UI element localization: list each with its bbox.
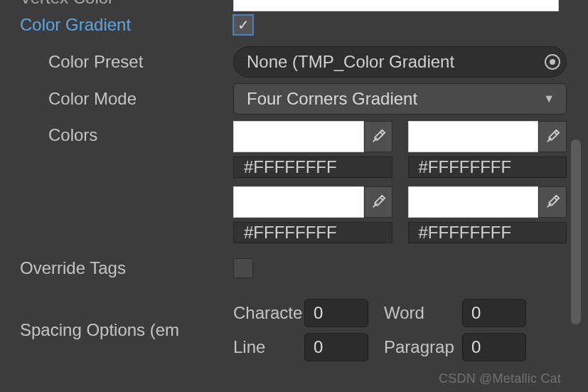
character-spacing-input[interactable] bbox=[304, 299, 368, 327]
color-mode-value: Four Corners Gradient bbox=[247, 89, 417, 109]
spacing-options-label: Spacing Options (em bbox=[20, 320, 233, 340]
color-mode-dropdown[interactable]: Four Corners Gradient ▼ bbox=[233, 83, 567, 115]
word-spacing-input[interactable] bbox=[462, 299, 526, 327]
line-spacing-label: Line bbox=[233, 337, 304, 357]
color-gradient-label[interactable]: Color Gradient bbox=[20, 15, 233, 35]
color-mode-label: Color Mode bbox=[20, 89, 233, 109]
color-gradient-checkbox[interactable]: ✓ bbox=[233, 15, 253, 35]
colors-label: Colors bbox=[20, 121, 233, 145]
vertex-color-label: Vertex Color bbox=[20, 0, 233, 8]
eyedropper-icon bbox=[370, 129, 386, 144]
override-tags-label: Override Tags bbox=[20, 258, 233, 278]
scrollbar[interactable] bbox=[571, 0, 585, 392]
inspector-panel: Vertex Color Color Gradient ✓ Color Pres… bbox=[0, 0, 588, 361]
color-swatch-bottom-left[interactable] bbox=[233, 186, 364, 218]
hex-field[interactable]: #FFFFFFFF bbox=[408, 157, 567, 178]
eyedropper-icon bbox=[545, 129, 560, 144]
vertex-color-swatch[interactable] bbox=[233, 0, 559, 11]
eyedropper-icon bbox=[370, 194, 386, 210]
eyedropper-button[interactable] bbox=[364, 121, 392, 152]
character-spacing-label: Characte bbox=[233, 303, 304, 323]
override-tags-checkbox[interactable] bbox=[233, 258, 253, 278]
color-preset-value: None (TMP_Color Gradient bbox=[247, 52, 454, 72]
paragraph-spacing-label: Paragrap bbox=[368, 337, 462, 357]
color-preset-label: Color Preset bbox=[20, 52, 233, 72]
color-swatch-top-left[interactable] bbox=[233, 121, 364, 152]
colors-grid: #FFFFFFFF #FFFFFFFF bbox=[233, 121, 567, 243]
eyedropper-button[interactable] bbox=[538, 121, 567, 152]
watermark: CSDN @Metallic Cat bbox=[439, 371, 561, 386]
object-picker-icon[interactable] bbox=[545, 54, 560, 70]
hex-field[interactable]: #FFFFFFFF bbox=[233, 157, 392, 178]
eyedropper-button[interactable] bbox=[364, 186, 392, 218]
word-spacing-label: Word bbox=[368, 303, 462, 323]
eyedropper-button[interactable] bbox=[538, 186, 567, 218]
chevron-down-icon: ▼ bbox=[543, 92, 555, 105]
scrollbar-thumb[interactable] bbox=[571, 139, 581, 324]
color-swatch-top-right[interactable] bbox=[408, 121, 539, 152]
color-swatch-bottom-right[interactable] bbox=[408, 186, 539, 218]
paragraph-spacing-input[interactable] bbox=[462, 333, 526, 361]
hex-field[interactable]: #FFFFFFFF bbox=[233, 222, 392, 243]
color-preset-field[interactable]: None (TMP_Color Gradient bbox=[233, 46, 567, 78]
line-spacing-input[interactable] bbox=[304, 333, 368, 361]
eyedropper-icon bbox=[545, 194, 560, 210]
hex-field[interactable]: #FFFFFFFF bbox=[408, 222, 567, 243]
